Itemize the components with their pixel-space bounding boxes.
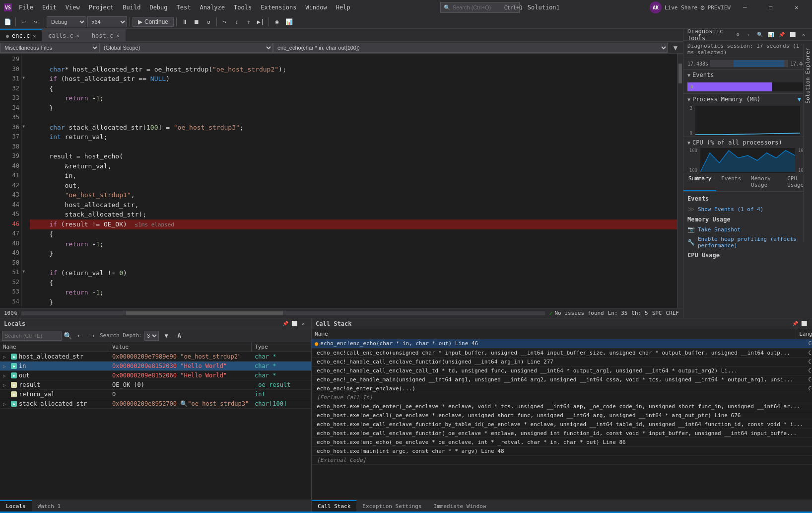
cs-row-5[interactable]: echo_enc!oe_enter_enclave(...) C++ bbox=[312, 384, 812, 393]
local-row-out[interactable]: ▷ ◆ out 0x00000209e8152060 "Hello World"… bbox=[0, 371, 311, 380]
local-row-host-allocated[interactable]: ▷ ◆ host_allocated_str 0x00000209e7989e9… bbox=[0, 352, 311, 362]
global-scope-dropdown[interactable]: (Global Scope) bbox=[99, 43, 273, 53]
new-project-btn[interactable]: 📄 bbox=[2, 16, 13, 27]
cs-col-lang[interactable]: Lang bbox=[796, 329, 812, 339]
undo-btn[interactable]: ↩ bbox=[18, 16, 29, 27]
memory-filter-icon[interactable]: ▼ bbox=[798, 96, 801, 103]
show-events-link[interactable]: Show Events (1 of 4) bbox=[698, 206, 763, 213]
local-row-result[interactable]: ▷ ◆ result OE_OK (0) _oe_result bbox=[0, 380, 311, 390]
code-scrollbar-v[interactable] bbox=[677, 54, 683, 308]
locals-nav-fwd[interactable]: → bbox=[87, 330, 98, 341]
config-dropdown[interactable]: Debug bbox=[47, 16, 86, 27]
menu-item-help[interactable]: Help bbox=[332, 2, 354, 13]
cs-row-1[interactable]: echo_enc!call_enc_echo(unsigned char * i… bbox=[312, 349, 812, 358]
step-into-btn[interactable]: ↓ bbox=[231, 16, 242, 27]
expand-result[interactable]: ▷ bbox=[3, 382, 9, 388]
menu-item-window[interactable]: Window bbox=[301, 2, 331, 13]
diag-pin-btn[interactable]: 📌 bbox=[777, 30, 786, 39]
local-row-return-val[interactable]: ◆ return_val 0 int bbox=[0, 390, 311, 399]
run-cursor-btn[interactable]: ▶| bbox=[255, 16, 266, 27]
step-over-btn[interactable]: ↷ bbox=[219, 16, 230, 27]
diag-tab-memory[interactable]: Memory Usage bbox=[746, 173, 782, 191]
expand-host-allocated[interactable]: ▷ bbox=[3, 354, 9, 360]
code-scrollbar-thumb[interactable] bbox=[678, 64, 682, 83]
enable-heap-link[interactable]: Enable heap profiling (affects performan… bbox=[698, 236, 808, 249]
cs-row-0[interactable]: ● echo_enc!enc_echo(char * in, char * ou… bbox=[312, 339, 812, 349]
arr-36[interactable]: ▾ bbox=[22, 122, 30, 132]
locals-search-input[interactable] bbox=[2, 331, 62, 341]
cs-col-name[interactable]: Name bbox=[312, 329, 796, 339]
watch-tab[interactable]: Watch 1 bbox=[32, 500, 67, 512]
solution-explorer-strip[interactable]: Solution Explorer bbox=[803, 44, 812, 242]
locals-text-btn[interactable]: A bbox=[174, 330, 185, 341]
diag-tab-events[interactable]: Events bbox=[716, 173, 746, 191]
enable-heap-row[interactable]: 🔧 Enable heap profiling (affects perform… bbox=[683, 234, 812, 250]
cs-row-3[interactable]: echo_enc!_handle_call_enclave_call_td * … bbox=[312, 366, 812, 375]
expand-stack-allocated[interactable]: ▷ bbox=[3, 401, 9, 407]
file-scope-dropdown[interactable]: Miscellaneous Files bbox=[0, 43, 99, 53]
diag-search-btn[interactable]: 🔍 bbox=[755, 30, 764, 39]
col-header-type[interactable]: Type bbox=[252, 342, 311, 352]
close-button[interactable]: ✕ bbox=[785, 0, 808, 15]
diag-settings-btn[interactable]: ⚙ bbox=[734, 30, 743, 39]
menu-item-debug[interactable]: Debug bbox=[145, 2, 171, 13]
collapse-panel-btn[interactable]: ▼ bbox=[668, 44, 683, 52]
tab-calls-c[interactable]: calls.c ✕ bbox=[42, 29, 86, 41]
locals-pin-btn[interactable]: 📌 bbox=[281, 320, 289, 328]
user-avatar[interactable]: AK bbox=[650, 1, 662, 13]
menu-item-view[interactable]: View bbox=[62, 2, 84, 13]
search-depth-select[interactable]: 3 bbox=[144, 331, 159, 341]
cs-row-11[interactable]: echo_host.exe!enc_echo(_oe_enclave * oe_… bbox=[312, 438, 812, 447]
pause-btn[interactable]: ⏸ bbox=[179, 16, 190, 27]
tab-calls-c-close[interactable]: ✕ bbox=[76, 33, 79, 38]
minimize-button[interactable]: ─ bbox=[734, 0, 756, 15]
locals-nav-back[interactable]: ← bbox=[74, 330, 85, 341]
restore-button[interactable]: ❐ bbox=[759, 0, 782, 15]
menu-item-file[interactable]: File bbox=[15, 2, 37, 13]
locals-float-btn[interactable]: ⬜ bbox=[290, 320, 298, 328]
diag-graph-btn[interactable]: 📊 bbox=[766, 30, 775, 39]
take-snapshot-link[interactable]: Take Snapshot bbox=[698, 226, 741, 233]
diag-close-btn[interactable]: ✕ bbox=[799, 30, 808, 39]
locals-filter-btn[interactable]: ▼ bbox=[161, 330, 172, 341]
cs-row-12[interactable]: echo_host.exe!main(int argc, const char … bbox=[312, 447, 812, 456]
local-row-in[interactable]: ▷ ◆ in 0x00000209e8152030 "Hello World" … bbox=[0, 362, 311, 371]
locals-close-btn[interactable]: ✕ bbox=[299, 320, 307, 328]
callstack-close-btn[interactable]: ✕ bbox=[809, 320, 812, 328]
tab-enc-c[interactable]: ● enc.c ✕ bbox=[0, 29, 42, 41]
diag-timeline[interactable]: 17.438s 17.44s bbox=[683, 58, 812, 70]
menu-item-project[interactable]: Project bbox=[85, 2, 118, 13]
restart-btn[interactable]: ↺ bbox=[203, 16, 214, 27]
cpu-section-header[interactable]: ▼ CPU (% of all processors) bbox=[683, 137, 812, 148]
preview-label[interactable]: PREVIEW bbox=[708, 4, 731, 11]
cs-row-7[interactable]: echo_host.exe!oe_do_enter(_oe_enclave * … bbox=[312, 402, 812, 411]
exception-settings-tab[interactable]: Exception Settings bbox=[356, 500, 427, 512]
timeline-bar[interactable] bbox=[710, 60, 788, 67]
col-header-value[interactable]: Value bbox=[109, 342, 252, 352]
expand-in[interactable]: ▷ bbox=[3, 364, 9, 369]
menu-item-build[interactable]: Build bbox=[119, 2, 144, 13]
callstack-tab[interactable]: Call Stack bbox=[312, 500, 356, 512]
live-share-label[interactable]: Live Share bbox=[665, 4, 697, 11]
menu-item-analyze[interactable]: Analyze bbox=[196, 2, 229, 13]
editor-scrollbar-h[interactable] bbox=[21, 311, 545, 315]
continue-button[interactable]: ▶ Continue bbox=[133, 17, 174, 27]
platform-dropdown[interactable]: x64 bbox=[87, 16, 127, 27]
callstack-float-btn[interactable]: ⬜ bbox=[800, 320, 808, 328]
diagnostics-btn[interactable]: 📊 bbox=[283, 16, 294, 27]
local-row-stack-allocated[interactable]: ▷ ◆ stack_allocated_str 0x00000209e89527… bbox=[0, 399, 311, 409]
cs-row-8[interactable]: echo_host.exe!oe_ecall(_oe_enclave * enc… bbox=[312, 411, 812, 420]
locals-tab[interactable]: Locals bbox=[0, 500, 32, 512]
diag-tab-summary[interactable]: Summary bbox=[683, 173, 716, 191]
expand-return-val[interactable] bbox=[3, 392, 9, 397]
stop-btn[interactable]: ⏹ bbox=[191, 16, 202, 27]
menu-item-test[interactable]: Test bbox=[173, 2, 195, 13]
menu-item-tools[interactable]: Tools bbox=[230, 2, 256, 13]
callstack-pin-btn[interactable]: 📌 bbox=[791, 320, 799, 328]
diag-float-btn[interactable]: ⬜ bbox=[788, 30, 797, 39]
search-box[interactable]: 🔍 Ctrl+Q bbox=[440, 2, 520, 13]
diag-back-btn[interactable]: ← bbox=[744, 30, 753, 39]
settings-icon[interactable]: ⚙ bbox=[700, 3, 704, 11]
breakpoints-btn[interactable]: ◉ bbox=[271, 16, 282, 27]
immediate-window-tab[interactable]: Immediate Window bbox=[428, 500, 492, 512]
